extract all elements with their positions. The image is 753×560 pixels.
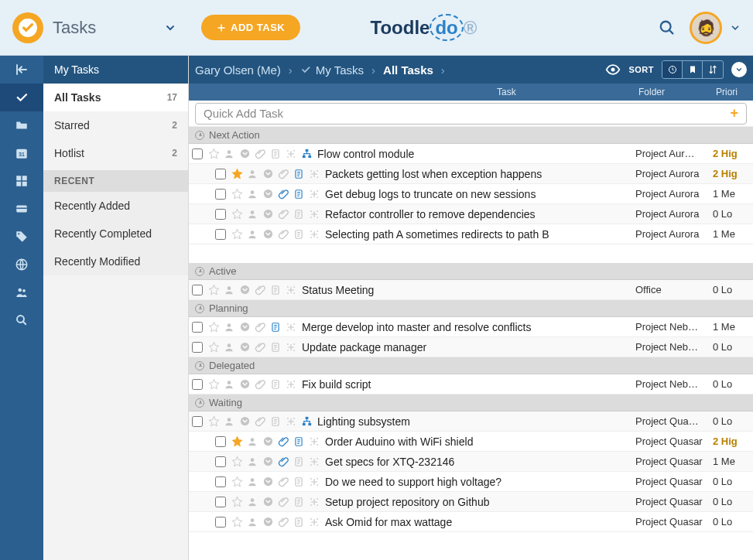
attachment-icon[interactable] — [276, 168, 291, 179]
crumb-user[interactable]: Gary Olsen (Me) — [195, 63, 281, 77]
attachment-icon[interactable] — [276, 228, 291, 240]
note-icon[interactable] — [291, 497, 306, 507]
task-priority[interactable]: 1 Me — [713, 456, 750, 467]
add-subtask-icon[interactable] — [306, 229, 322, 240]
task-row[interactable]: Selecting path A sometimes redirects to … — [189, 224, 753, 244]
task-priority[interactable]: 2 Hig — [713, 148, 750, 159]
sidebar-item[interactable]: Starred2 — [43, 111, 188, 139]
add-subtask-icon[interactable] — [306, 476, 322, 487]
task-checkbox[interactable] — [212, 229, 229, 240]
rail-check[interactable] — [0, 84, 43, 111]
task-folder[interactable]: Project Quasar — [635, 456, 713, 467]
task-checkbox[interactable] — [212, 169, 229, 179]
task-checkbox[interactable] — [189, 322, 206, 333]
task-folder[interactable]: Project Aurora — [635, 188, 713, 200]
section-header[interactable]: Waiting — [189, 394, 753, 411]
task-priority[interactable]: 2 Hig — [713, 168, 750, 179]
task-checkbox[interactable] — [212, 476, 229, 487]
task-row[interactable]: Order Auduino with WiFi shieldProject Qu… — [189, 432, 753, 452]
task-folder[interactable]: Project Neb… — [635, 321, 713, 333]
task-folder[interactable]: Project Aur… — [635, 148, 713, 159]
expand-icon[interactable] — [237, 378, 252, 390]
star-icon[interactable] — [206, 341, 221, 353]
add-task-button[interactable]: ADD TASK — [201, 15, 300, 40]
col-priority[interactable]: Priori — [716, 87, 753, 97]
expand-icon[interactable] — [237, 341, 252, 353]
task-row[interactable]: Packets getting lost when exception happ… — [189, 164, 753, 184]
crumb-mytasks[interactable]: My Tasks — [300, 63, 364, 77]
task-folder[interactable]: Office — [635, 284, 713, 295]
task-row[interactable]: Fix build scriptProject Neb…0 Lo — [189, 374, 753, 394]
attachment-icon[interactable] — [276, 188, 291, 200]
task-row[interactable]: Setup project repository on GithubProjec… — [189, 492, 753, 512]
add-subtask-icon[interactable] — [306, 436, 322, 447]
rail-tag[interactable] — [0, 223, 43, 251]
expand-icon[interactable] — [237, 148, 252, 159]
add-subtask-icon[interactable] — [306, 517, 322, 528]
attachment-icon[interactable] — [276, 476, 291, 487]
section-header[interactable]: Next Action — [189, 127, 753, 144]
star-icon[interactable] — [229, 496, 245, 507]
more-button[interactable] — [731, 62, 747, 77]
attachment-icon[interactable] — [252, 321, 268, 333]
note-icon[interactable] — [291, 436, 306, 447]
rail-grid[interactable] — [0, 167, 43, 195]
note-icon[interactable] — [268, 285, 283, 295]
task-checkbox[interactable] — [189, 379, 206, 390]
section-header[interactable]: Active — [189, 263, 753, 280]
task-checkbox[interactable] — [212, 456, 229, 467]
section-header[interactable]: Planning — [189, 300, 753, 317]
star-icon[interactable] — [229, 476, 245, 487]
expand-icon[interactable] — [260, 456, 276, 467]
task-folder[interactable]: Project Quasar — [635, 435, 713, 447]
task-row[interactable]: Do we need to support high voltage?Proje… — [189, 472, 753, 492]
attachment-icon[interactable] — [276, 456, 291, 467]
brand-dropdown[interactable] — [164, 22, 176, 34]
task-priority[interactable]: 1 Me — [713, 228, 750, 240]
task-priority[interactable]: 1 Me — [713, 321, 750, 333]
add-subtask-icon[interactable] — [283, 149, 299, 159]
task-checkbox[interactable] — [189, 416, 206, 427]
task-priority[interactable]: 0 Lo — [713, 284, 750, 295]
note-icon[interactable] — [291, 517, 306, 528]
note-icon[interactable] — [268, 416, 283, 427]
task-priority[interactable]: 2 Hig — [713, 435, 750, 447]
quick-add-input[interactable]: Quick Add Task + — [195, 103, 747, 125]
task-checkbox[interactable] — [212, 436, 229, 447]
section-header[interactable]: Delegated — [189, 357, 753, 374]
star-icon[interactable] — [206, 378, 221, 390]
task-checkbox[interactable] — [189, 342, 206, 353]
star-icon[interactable] — [229, 228, 245, 240]
crumb-alltasks[interactable]: All Tasks — [383, 63, 433, 77]
rail-globe[interactable] — [0, 251, 43, 278]
task-folder[interactable]: Project Qua… — [635, 415, 713, 427]
user-menu[interactable]: 🧔 — [690, 12, 741, 44]
attachment-icon[interactable] — [276, 208, 291, 220]
sidebar-item[interactable]: Hotlist2 — [43, 139, 188, 167]
task-folder[interactable]: Project Quasar — [635, 516, 713, 528]
rail-card[interactable] — [0, 195, 43, 223]
expand-icon[interactable] — [260, 516, 276, 528]
quick-add-plus[interactable]: + — [730, 105, 738, 121]
expand-icon[interactable] — [260, 168, 276, 179]
expand-icon[interactable] — [260, 208, 276, 220]
task-row[interactable]: Lighting subsystemProject Qua…0 Lo — [189, 411, 753, 432]
task-checkbox[interactable] — [212, 209, 229, 220]
task-priority[interactable]: 0 Lo — [713, 341, 750, 353]
person-icon[interactable] — [245, 209, 260, 220]
visibility-button[interactable] — [605, 62, 621, 77]
task-folder[interactable]: Project Aurora — [635, 208, 713, 220]
note-icon[interactable] — [268, 342, 283, 353]
rail-search[interactable] — [0, 306, 43, 334]
task-checkbox[interactable] — [212, 497, 229, 507]
task-folder[interactable]: Project Neb… — [635, 341, 713, 353]
person-icon[interactable] — [245, 169, 260, 179]
star-icon[interactable] — [229, 188, 245, 200]
sidebar-item[interactable]: Recently Completed — [43, 220, 188, 248]
header-search-button[interactable] — [659, 19, 676, 36]
note-icon[interactable] — [268, 379, 283, 390]
add-subtask-icon[interactable] — [306, 209, 322, 220]
note-icon[interactable] — [268, 149, 283, 159]
person-icon[interactable] — [245, 229, 260, 240]
add-subtask-icon[interactable] — [283, 342, 299, 353]
